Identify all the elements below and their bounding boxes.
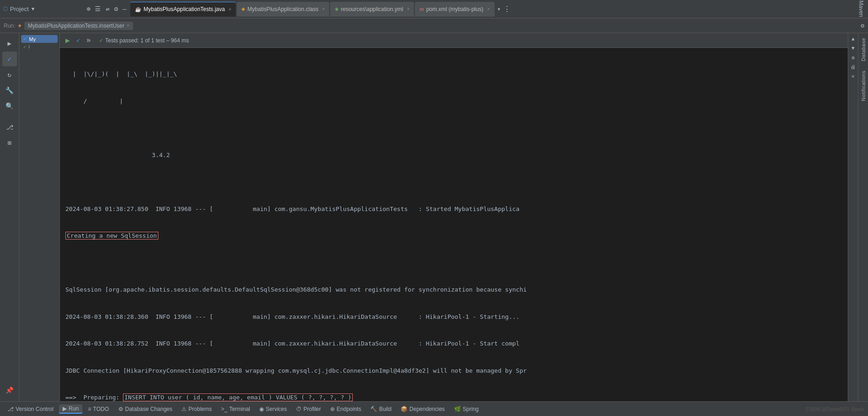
dependencies-tab[interactable]: 📦 Dependencies: [397, 405, 449, 413]
console-output[interactable]: | |\/|_)( | |_\ |_)||_|_\ / | 3.4.2 2024…: [60, 48, 848, 401]
spring-tab[interactable]: 🌿 Spring: [450, 405, 483, 413]
problems-label: Problems: [188, 406, 212, 412]
profiler-icon: ⏱: [296, 406, 302, 412]
test-result-text: Tests passed: 1 of 1 test – 964 ms: [105, 37, 189, 44]
run-settings-icon[interactable]: ⚙: [861, 22, 864, 29]
db-changes-tab[interactable]: ⚙ Database Changes: [115, 405, 176, 413]
notifications-label[interactable]: Notifications: [861, 70, 866, 101]
sidebar-refresh-icon[interactable]: ↻: [2, 67, 17, 82]
sidebar-wrench-icon[interactable]: 🔧: [2, 83, 17, 98]
services-tab[interactable]: ◉ Services: [256, 405, 291, 413]
build-tab[interactable]: 🔨 Build: [367, 405, 395, 413]
problems-icon: ⚠: [181, 406, 186, 412]
todo-tab[interactable]: ≡ TODO: [84, 405, 112, 413]
tabs-container: ☕ MybatisPlusApplicationTests.java × ◈ M…: [130, 2, 851, 17]
run-bottom-tab[interactable]: ▶ Run: [59, 404, 82, 414]
branch-icon[interactable]: ⇌: [105, 5, 109, 13]
sidebar-git-icon[interactable]: ⎇: [2, 120, 17, 135]
problems-tab[interactable]: ⚠ Problems: [178, 405, 216, 413]
project-icon: □: [4, 6, 7, 12]
sidebar-check-icon[interactable]: ✓: [2, 52, 17, 66]
project-item-label-1: My: [29, 36, 36, 42]
project-item-i[interactable]: ✓ i: [21, 43, 58, 50]
check-btn[interactable]: ✓: [75, 36, 82, 45]
tab-xml[interactable]: m pom.xml (mybatis-plus) ×: [415, 2, 494, 17]
more-tabs-icon[interactable]: ▾: [497, 6, 501, 13]
tab-label-1: MybatisPlusApplication.class: [247, 6, 318, 12]
run-tab-close[interactable]: ×: [127, 23, 129, 28]
console-line-preparing: ==> Preparing: INSERT INTO user ( id, na…: [65, 393, 842, 401]
todo-icon: ≡: [88, 406, 91, 412]
sidebar-search-icon[interactable]: 🔍: [2, 99, 17, 113]
rs-close-icon[interactable]: ✕: [849, 72, 857, 80]
java-icon: ☕: [135, 6, 141, 12]
play-btn[interactable]: ▶: [64, 35, 72, 46]
minus-icon[interactable]: —: [122, 6, 126, 13]
console-line-0: | |\/|_)( | |_\ |_)||_|_\: [65, 70, 842, 79]
project-item-my[interactable]: ✓ My: [21, 35, 58, 43]
title-bar: □ Project ▼ ⊕ ☰ ⇌ ⚙ — ☕ MybatisPlusAppli…: [0, 0, 868, 18]
rs-down-icon[interactable]: ▼: [849, 44, 857, 53]
spring-icon: 🌿: [454, 406, 461, 412]
settings-title-icon[interactable]: ⚙: [114, 5, 118, 13]
console-line-blank-2: [65, 177, 842, 187]
project-panel: ✓ My ✓ i: [19, 33, 60, 401]
run-bottom-label: Run: [69, 405, 79, 412]
xml-icon: m: [419, 6, 424, 12]
project-item-label-2: i: [29, 44, 29, 49]
test-result: ✓ Tests passed: 1 of 1 test – 964 ms: [99, 37, 189, 44]
console-toolbar: ▶ ✓ » ✓ Tests passed: 1 of 1 test – 964 …: [60, 33, 848, 48]
title-bar-right: Maven: [858, 0, 864, 17]
endpoints-label: Endpoints: [337, 406, 361, 412]
project-title[interactable]: Project: [10, 6, 29, 12]
profiler-tab[interactable]: ⏱ Profiler: [292, 405, 325, 413]
tab-close-0[interactable]: ×: [228, 7, 231, 12]
project-dropdown[interactable]: ▼: [31, 6, 35, 12]
project-section: □ Project ▼: [4, 6, 77, 12]
rs-up-icon[interactable]: ▲: [849, 35, 857, 43]
sidebar-run-icon[interactable]: ▶: [2, 36, 17, 51]
console-line-sqlsession: SqlSession [org.apache.ibatis.session.de…: [65, 285, 842, 294]
list-icon[interactable]: ☰: [95, 5, 101, 13]
version-control-tab[interactable]: ⎇ Version Control: [4, 405, 57, 413]
tab-close-3[interactable]: ×: [487, 6, 490, 12]
sidebar-pin-icon[interactable]: 📌: [2, 383, 17, 398]
watermark: CSDN @Daniel521-Spark: [806, 406, 864, 412]
right-sidebar: ▲ ▼ ⚙ 🖨 ✕: [848, 33, 858, 401]
console-line-hikari-1: 2024-08-03 01:38:28.360 INFO 13968 --- […: [65, 312, 842, 322]
profiler-label: Profiler: [303, 406, 321, 412]
far-right-panel: Database Notifications: [858, 33, 868, 401]
spring-label: Spring: [463, 406, 479, 412]
tab-yml[interactable]: ◈ resources\application.yml ×: [330, 2, 414, 17]
console-line-blank-3: [65, 258, 842, 268]
tab-java-tests[interactable]: ☕ MybatisPlusApplicationTests.java ×: [130, 2, 236, 17]
tab-class[interactable]: ◈ MybatisPlusApplication.class ×: [237, 2, 329, 17]
more-icon-2[interactable]: ⋮: [503, 5, 511, 14]
yml-icon: ◈: [335, 6, 338, 12]
tab-close-2[interactable]: ×: [407, 6, 410, 12]
rs-settings-icon[interactable]: ⚙: [849, 53, 857, 62]
main-layout: ▶ ✓ ↻ 🔧 🔍 ⎇ ⊞ 📌 ✓ My ✓ i ▶ ✓ » ✓ Tests p…: [0, 33, 868, 401]
console-area: ▶ ✓ » ✓ Tests passed: 1 of 1 test – 964 …: [60, 33, 848, 401]
services-icon: ◉: [259, 406, 264, 412]
database-label[interactable]: Database: [861, 38, 866, 61]
dependencies-label: Dependencies: [409, 406, 445, 412]
highlight-sql: INSERT INTO user ( id, name, age, email …: [123, 393, 353, 401]
bottom-bar: ⎇ Version Control ▶ Run ≡ TODO ⚙ Databas…: [0, 401, 868, 416]
console-line-creating: Creating a new SqlSession: [65, 231, 842, 240]
tab-close-1[interactable]: ×: [322, 6, 325, 12]
console-line-info-1: 2024-08-03 01:38:27.850 INFO 13968 --- […: [65, 205, 842, 214]
run-label: Run:: [4, 23, 15, 29]
test-pass-icon: ✓: [99, 37, 105, 44]
globe-icon[interactable]: ⊕: [87, 5, 90, 13]
sidebar-structure-icon[interactable]: ⊞: [2, 135, 17, 150]
db-icon: ⚙: [118, 406, 123, 412]
maven-label[interactable]: Maven: [858, 0, 864, 17]
terminal-tab[interactable]: >_ Terminal: [217, 405, 254, 413]
endpoints-tab[interactable]: ⊕ Endpoints: [326, 405, 365, 413]
rs-print-icon[interactable]: 🖨: [849, 63, 857, 71]
run-tab-item[interactable]: MybatisPlusApplicationTests.insertUser ×: [24, 22, 133, 30]
console-line-jdbc: JDBC Connection [HikariProxyConnection@1…: [65, 366, 842, 375]
tab-label-0: MybatisPlusApplicationTests.java: [144, 6, 225, 12]
more-btn[interactable]: »: [84, 35, 93, 46]
